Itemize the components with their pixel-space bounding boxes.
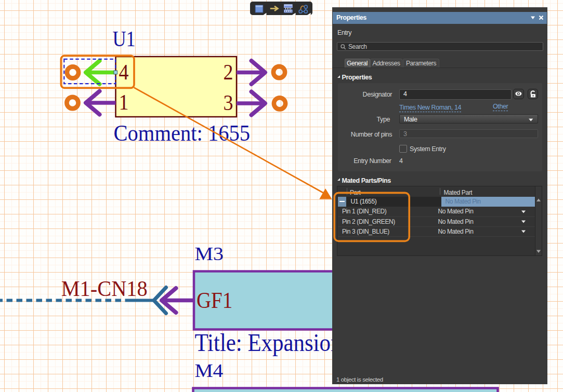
svg-text:M3: M3 xyxy=(194,244,224,264)
svg-text:GF1: GF1 xyxy=(197,288,232,313)
svg-text:2: 2 xyxy=(224,60,233,84)
svg-text:1: 1 xyxy=(119,90,129,114)
svg-text:3: 3 xyxy=(224,90,233,115)
svg-text:M4: M4 xyxy=(194,360,223,381)
svg-text:U1: U1 xyxy=(112,26,135,51)
svg-text:4: 4 xyxy=(119,60,129,84)
svg-text:Title: Expansion: Title: Expansion xyxy=(194,328,342,357)
svg-text:Comment: 1655: Comment: 1655 xyxy=(114,120,251,146)
svg-text:M1-CN18: M1-CN18 xyxy=(61,276,148,301)
